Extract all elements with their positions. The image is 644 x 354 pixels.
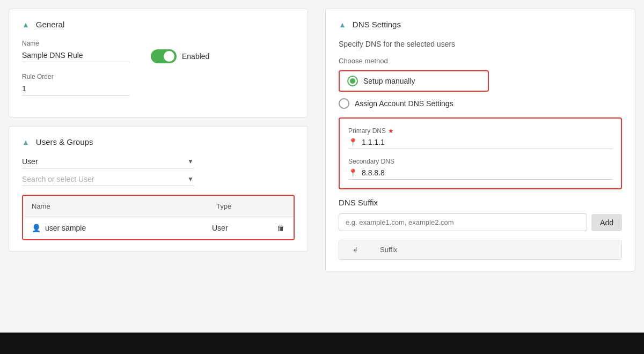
bottom-bar <box>0 333 644 354</box>
user-type-label: User <box>22 157 38 166</box>
suffix-col-hash: # <box>339 240 371 259</box>
suffix-table-header: # Suffix <box>339 240 621 260</box>
secondary-dns-pin-icon: 📍 <box>348 168 357 177</box>
dns-chevron-icon[interactable]: ▲ <box>339 20 346 29</box>
table-row: 👤 user sample User 🗑 <box>23 217 294 239</box>
dns-suffix-input[interactable] <box>339 213 587 231</box>
setup-manually-option[interactable]: Setup manually <box>339 70 489 92</box>
delete-user-button[interactable]: 🗑 <box>268 217 294 239</box>
dns-suffix-label: DNS Suffix <box>339 198 622 207</box>
enabled-toggle[interactable] <box>151 49 177 63</box>
primary-dns-value-row: 📍 1.1.1.1 <box>348 138 612 149</box>
required-star: ★ <box>388 127 394 135</box>
rule-order-label: Rule Order <box>22 73 295 80</box>
name-field-group: Name Sample DNS Rule <box>22 40 129 62</box>
toggle-container: Enabled <box>151 49 209 63</box>
user-name-cell: 👤 user sample <box>23 217 203 239</box>
suffix-table: # Suffix <box>339 240 622 260</box>
secondary-dns-field: Secondary DNS 📍 8.8.8.8 <box>348 158 612 180</box>
toggle-label: Enabled <box>182 52 209 61</box>
primary-dns-field: Primary DNS ★ 📍 1.1.1.1 <box>348 127 612 149</box>
search-select-placeholder: Search or select User <box>22 175 94 183</box>
users-groups-card: ▲ Users & Groups User ▼ Search or select… <box>9 126 308 252</box>
setup-manually-label: Setup manually <box>363 77 415 85</box>
name-label: Name <box>22 40 129 47</box>
col-name-header: Name <box>23 196 208 217</box>
users-table: Name Type 👤 user sample User 🗑 <box>22 195 295 240</box>
secondary-dns-value-row: 📍 8.8.8.8 <box>348 168 612 180</box>
col-type-header: Type <box>208 196 294 217</box>
assign-account-dns-option[interactable]: Assign Account DNS Settings <box>339 98 622 109</box>
user-icon: 👤 <box>32 224 41 232</box>
dns-card: ▲ DNS Settings Specify DNS for the selec… <box>325 9 635 271</box>
user-type-dropdown[interactable]: User ▼ <box>22 157 194 168</box>
dns-subtitle: Specify DNS for the selected users <box>339 40 622 48</box>
table-header: Name Type <box>23 196 294 217</box>
users-groups-section-title: Users & Groups <box>36 137 93 146</box>
toggle-slider <box>151 49 177 63</box>
general-chevron-icon[interactable]: ▲ <box>22 20 30 29</box>
search-select-dropdown[interactable]: Search or select User ▼ <box>22 175 194 186</box>
rule-order-field-group: Rule Order 1 <box>22 73 295 95</box>
setup-manually-radio <box>347 76 358 86</box>
assign-account-label: Assign Account DNS Settings <box>355 99 453 108</box>
suffix-col-suffix: Suffix <box>371 240 621 259</box>
search-select-arrow-icon: ▼ <box>187 175 194 183</box>
left-panel: ▲ General Name Sample DNS Rule Enabled R… <box>0 0 317 354</box>
primary-dns-pin-icon: 📍 <box>348 138 357 146</box>
rule-order-value: 1 <box>22 84 129 95</box>
secondary-dns-label: Secondary DNS <box>348 158 612 165</box>
assign-account-radio <box>339 98 349 109</box>
primary-dns-label: Primary DNS ★ <box>348 127 612 135</box>
secondary-dns-value: 8.8.8.8 <box>362 168 385 177</box>
general-section-header: ▲ General <box>22 20 295 29</box>
users-groups-section-header: ▲ Users & Groups <box>22 137 295 146</box>
setup-manually-radio-fill <box>350 78 355 84</box>
dns-suffix-row: Add <box>339 213 622 231</box>
name-value: Sample DNS Rule <box>22 51 129 62</box>
choose-method-label: Choose method <box>339 57 622 65</box>
general-section-title: General <box>36 20 64 29</box>
user-name-text: user sample <box>45 224 86 232</box>
primary-dns-value: 1.1.1.1 <box>362 138 385 146</box>
users-groups-chevron-icon[interactable]: ▲ <box>22 138 30 146</box>
right-panel: ▲ DNS Settings Specify DNS for the selec… <box>317 0 644 354</box>
dns-section-header: ▲ DNS Settings <box>339 20 622 29</box>
dns-section-title: DNS Settings <box>353 20 401 29</box>
general-fields-row: Name Sample DNS Rule Enabled <box>22 40 295 73</box>
add-suffix-button[interactable]: Add <box>591 214 622 231</box>
user-type-arrow-icon: ▼ <box>187 158 194 165</box>
general-card: ▲ General Name Sample DNS Rule Enabled R… <box>9 9 308 117</box>
dns-fields-box: Primary DNS ★ 📍 1.1.1.1 Secondary DNS 📍 … <box>339 117 622 189</box>
user-type-cell: User <box>203 217 268 239</box>
